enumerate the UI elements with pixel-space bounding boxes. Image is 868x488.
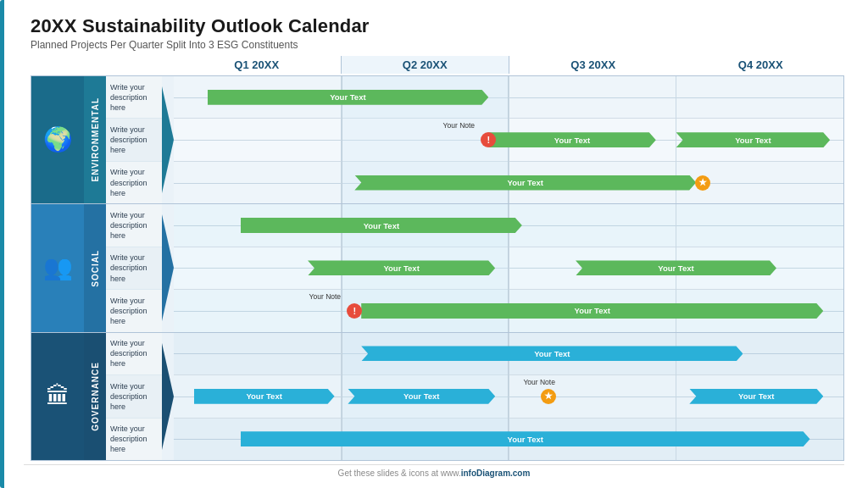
bar-text: Your Text xyxy=(733,391,779,401)
desc-row-environmental-1: Write your description here xyxy=(106,119,162,161)
left-accent xyxy=(0,0,4,488)
timeline-row-environmental-1: Your TextYour TextYour Note! xyxy=(174,119,843,161)
section-arrow-governance xyxy=(162,343,174,450)
desc-text: Write your description here xyxy=(110,338,158,369)
desc-text: Write your description here xyxy=(110,167,158,197)
desc-text: Write your description here xyxy=(110,424,158,454)
section-desc-rows-governance: Write your description hereWrite your de… xyxy=(106,333,162,460)
bar-environmental-2-0: Your Text xyxy=(354,175,696,191)
chart-area: Q1 20XX Q2 20XX Q3 20XX Q4 20XX 🌍Environ… xyxy=(24,56,844,461)
footer: Get these slides & icons at www.infoDiag… xyxy=(24,464,844,480)
timeline-section-social: Your TextYour TextYour TextYour TextYour… xyxy=(174,204,843,332)
section-title-environmental: Environmental xyxy=(84,76,106,203)
bar-governance-0-0: Your Text xyxy=(361,346,743,361)
timeline-row-social-1: Your TextYour Text xyxy=(174,247,843,290)
section-title-governance: Governance xyxy=(84,333,106,460)
header: 20XX Sustainability Outlook Calendar Pla… xyxy=(24,15,844,51)
timeline-section-governance: Your TextYour TextYour TextYour TextYour… xyxy=(174,333,843,460)
note-governance-1-0: Your Note xyxy=(523,378,555,386)
marker-governance-1-0: ★ xyxy=(541,389,556,404)
section-arrow-environmental xyxy=(162,86,174,193)
desc-row-environmental-0: Write your description here xyxy=(106,76,162,119)
bar-social-1-0: Your Text xyxy=(308,260,495,275)
section-icon-environmental: 🌍 xyxy=(31,76,84,203)
bar-social-0-0: Your Text xyxy=(241,218,522,233)
bar-text: Your Text xyxy=(378,263,424,273)
page-subtitle: Planned Projects Per Quarter Split Into … xyxy=(31,39,844,51)
desc-text: Write your description here xyxy=(110,125,158,155)
timeline-row-social-0: Your Text xyxy=(174,204,843,247)
timeline-row-environmental-2: Your Text★ xyxy=(174,162,843,203)
bar-social-2-0: Your Text xyxy=(361,303,823,319)
bar-text: Your Text xyxy=(359,221,404,230)
section-label-governance: 🏛GovernanceWrite your description hereWr… xyxy=(31,333,174,460)
timeline-row-environmental-0: Your Text xyxy=(174,76,843,119)
section-icon-governance: 🏛 xyxy=(31,333,84,460)
bar-text: Your Text xyxy=(549,136,595,145)
q1-header: Q1 20XX xyxy=(173,56,341,74)
section-label-environmental: 🌍EnvironmentalWrite your description her… xyxy=(31,76,174,204)
bar-governance-2-0: Your Text xyxy=(241,431,810,446)
section-desc-rows-environmental: Write your description hereWrite your de… xyxy=(106,76,162,203)
bar-text: Your Text xyxy=(503,435,548,444)
marker-environmental-1-0: ! xyxy=(481,132,496,147)
bar-governance-1-2: Your Text xyxy=(689,389,823,404)
bar-text: Your Text xyxy=(241,391,287,401)
section-arrow-social xyxy=(162,214,174,321)
bar-text: Your Text xyxy=(730,136,776,145)
note-environmental-1-0: Your Note xyxy=(443,121,476,130)
timeline-row-governance-2: Your Text xyxy=(174,419,843,460)
left-labels-col: 🌍EnvironmentalWrite your description her… xyxy=(31,76,174,460)
main-grid: 🌍EnvironmentalWrite your description her… xyxy=(31,75,844,461)
timeline-row-governance-0: Your Text xyxy=(174,333,843,375)
bar-text: Your Text xyxy=(398,391,444,401)
page-title: 20XX Sustainability Outlook Calendar xyxy=(31,15,844,37)
q2-header: Q2 20XX xyxy=(341,56,510,74)
footer-text: Get these slides & icons at www.infoDiag… xyxy=(338,469,531,478)
desc-row-environmental-2: Write your description here xyxy=(106,162,162,203)
bar-environmental-1-0: Your Text xyxy=(488,132,656,147)
marker-social-2-0: ! xyxy=(347,303,362,319)
bar-text: Your Text xyxy=(570,306,615,315)
desc-text: Write your description here xyxy=(110,381,158,412)
bar-text: Your Text xyxy=(529,349,575,358)
section-desc-rows-social: Write your description hereWrite your de… xyxy=(106,204,162,331)
bar-environmental-1-1: Your Text xyxy=(676,132,831,147)
bar-governance-1-1: Your Text xyxy=(348,389,495,404)
q4-header: Q4 20XX xyxy=(677,56,845,74)
bar-text: Your Text xyxy=(503,178,548,187)
section-title-social: Social xyxy=(84,204,106,331)
marker-environmental-2-0: ★ xyxy=(695,175,710,191)
q3-header: Q3 20XX xyxy=(509,56,677,74)
desc-text: Write your description here xyxy=(110,210,158,241)
desc-row-social-2: Write your description here xyxy=(106,290,162,331)
timeline-row-governance-1: Your TextYour TextYour TextYour Note★ xyxy=(174,375,843,418)
timeline-section-environmental: Your TextYour TextYour TextYour Note!You… xyxy=(174,76,843,204)
desc-text: Write your description here xyxy=(110,296,158,326)
bar-governance-1-0: Your Text xyxy=(194,389,335,404)
section-label-social: 👥SocialWrite your description hereWrite … xyxy=(31,204,174,332)
desc-row-governance-2: Write your description here xyxy=(106,419,162,460)
desc-row-social-0: Write your description here xyxy=(106,204,162,247)
desc-row-governance-1: Write your description here xyxy=(106,375,162,418)
desc-row-social-1: Write your description here xyxy=(106,247,162,290)
note-social-2-0: Your Note xyxy=(309,292,342,301)
bar-environmental-0-0: Your Text xyxy=(208,90,489,105)
bar-text: Your Text xyxy=(325,92,370,102)
timeline-row-social-2: Your TextYour Note! xyxy=(174,290,843,331)
desc-text: Write your description here xyxy=(110,252,158,283)
desc-text: Write your description here xyxy=(110,82,158,113)
section-icon-social: 👥 xyxy=(31,204,84,331)
quarter-headers: Q1 20XX Q2 20XX Q3 20XX Q4 20XX xyxy=(173,56,844,74)
bar-social-1-1: Your Text xyxy=(576,260,776,275)
page: 20XX Sustainability Outlook Calendar Pla… xyxy=(0,0,868,488)
timeline-col: Your TextYour TextYour TextYour Note!You… xyxy=(174,76,843,460)
bar-text: Your Text xyxy=(653,263,698,273)
desc-row-governance-0: Write your description here xyxy=(106,333,162,375)
